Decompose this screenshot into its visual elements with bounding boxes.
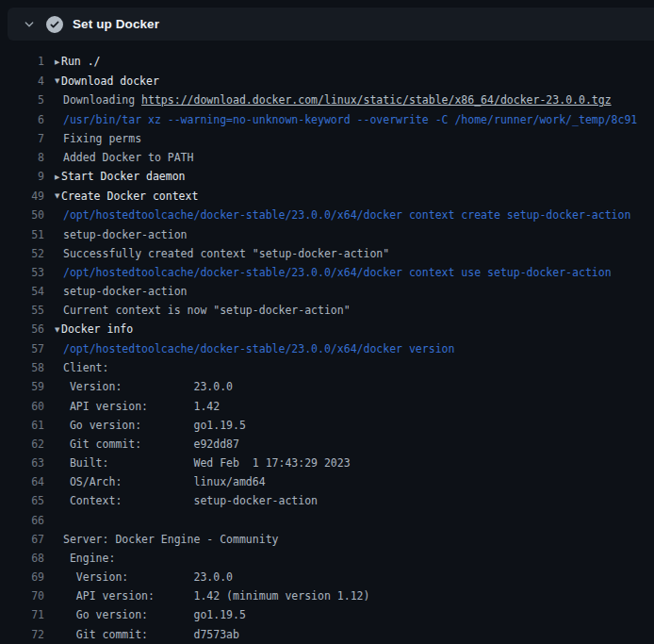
line-number[interactable]: 59 <box>0 377 44 396</box>
log-line: 50/opt/hostedtoolcache/docker-stable/23.… <box>0 206 654 224</box>
line-number[interactable]: 49 <box>0 187 44 206</box>
log-text: Engine: <box>63 552 115 565</box>
log-group-line[interactable]: 9▶Start Docker daemon <box>0 167 654 187</box>
log-group-line[interactable]: 56▼Docker info <box>0 320 654 339</box>
log-line: 8Added Docker to PATH <box>0 148 654 167</box>
log-line: 65 Context: setup-docker-action <box>0 491 654 510</box>
log-command-text: /usr/bin/tar xz --warning=no-unknown-key… <box>63 113 637 126</box>
log-text: Git commit: d7573ab <box>63 628 239 641</box>
log-line: 7Fixing perms <box>0 129 654 148</box>
log-line: 58Client: <box>0 358 654 377</box>
line-number[interactable]: 4 <box>0 72 44 91</box>
log-text: Added Docker to PATH <box>63 151 193 164</box>
line-number[interactable]: 60 <box>0 397 44 416</box>
line-number[interactable]: 61 <box>0 416 44 435</box>
triangle-right-icon[interactable]: ▶ <box>55 53 61 72</box>
line-number[interactable]: 58 <box>0 358 44 377</box>
line-number[interactable]: 56 <box>0 320 44 339</box>
line-number[interactable]: 69 <box>0 568 44 586</box>
log-line: 62 Git commit: e92dd87 <box>0 435 654 454</box>
group-title: Download docker <box>61 74 159 88</box>
log-line: 53/opt/hostedtoolcache/docker-stable/23.… <box>0 263 654 282</box>
log-line: 61 Go version: go1.19.5 <box>0 416 654 435</box>
log-text: Context: setup-docker-action <box>63 494 318 507</box>
log-line: 55Current context is now "setup-docker-a… <box>0 301 654 320</box>
line-number[interactable]: 64 <box>0 472 44 491</box>
log-line: 70 API version: 1.42 (minimum version 1.… <box>0 586 654 605</box>
log-text: API version: 1.42 (minimum version 1.12) <box>63 589 369 603</box>
step-title: Set up Docker <box>73 17 159 31</box>
log-text: setup-docker-action <box>63 285 188 298</box>
log-line: 63 Built: Wed Feb 1 17:43:29 2023 <box>0 454 654 472</box>
log-group-line[interactable]: 49▼Create Docker context <box>0 187 654 206</box>
log-text: Go version: go1.19.5 <box>63 608 246 621</box>
log-text: Server: Docker Engine - Community <box>63 533 278 546</box>
line-number[interactable]: 1 <box>0 52 44 72</box>
log-text: OS/Arch: linux/amd64 <box>63 475 266 488</box>
log-group-line[interactable]: 1▶Run ./ <box>0 52 654 72</box>
log-line: 54setup-docker-action <box>0 282 654 301</box>
line-number[interactable]: 51 <box>0 225 44 244</box>
log-line: 66 <box>0 511 654 530</box>
log-line: 69 Version: 23.0.0 <box>0 568 654 586</box>
line-number[interactable]: 6 <box>0 110 44 129</box>
group-title: Start Docker daemon <box>61 170 186 183</box>
line-number[interactable]: 68 <box>0 549 44 568</box>
line-number[interactable]: 50 <box>0 206 44 224</box>
log-text: Version: 23.0.0 <box>63 570 233 584</box>
group-title: Run ./ <box>61 55 101 68</box>
line-number[interactable]: 62 <box>0 435 44 454</box>
log-line: 57/opt/hostedtoolcache/docker-stable/23.… <box>0 339 654 358</box>
log-text: Go version: go1.19.5 <box>63 419 246 432</box>
line-number[interactable]: 7 <box>0 129 44 148</box>
log-line: 64 OS/Arch: linux/amd64 <box>0 472 654 491</box>
line-number[interactable]: 72 <box>0 625 44 644</box>
log-line: 59 Version: 23.0.0 <box>0 377 654 396</box>
triangle-right-icon[interactable]: ▶ <box>55 168 61 187</box>
log-line: 72 Git commit: d7573ab <box>0 625 654 644</box>
log-text: Downloading <box>63 93 141 107</box>
line-number[interactable]: 53 <box>0 263 44 282</box>
log-text: API version: 1.42 <box>63 400 220 413</box>
log-line: 71 Go version: go1.19.5 <box>0 605 654 624</box>
log-text: Version: 23.0.0 <box>63 380 233 393</box>
log-link[interactable]: https://download.docker.com/linux/static… <box>141 93 612 107</box>
triangle-down-icon[interactable]: ▼ <box>55 321 61 339</box>
log-line: 67Server: Docker Engine - Community <box>0 530 654 549</box>
log-line: 5Downloading https://download.docker.com… <box>0 91 654 109</box>
log-line: 52Successfully created context "setup-do… <box>0 244 654 263</box>
line-number[interactable]: 8 <box>0 148 44 167</box>
group-title: Docker info <box>61 322 133 336</box>
log-command-text: /opt/hostedtoolcache/docker-stable/23.0.… <box>63 266 612 279</box>
log-text: Git commit: e92dd87 <box>63 438 239 451</box>
log-text: Client: <box>63 361 108 374</box>
log-line: 6/usr/bin/tar xz --warning=no-unknown-ke… <box>0 110 654 129</box>
group-title: Create Docker context <box>61 190 198 203</box>
log-group-line[interactable]: 4▼Download docker <box>0 72 654 91</box>
line-number[interactable]: 66 <box>0 511 44 530</box>
log-viewer: 1▶Run ./4▼Download docker5Downloading ht… <box>0 41 654 644</box>
log-line: 60 API version: 1.42 <box>0 397 654 416</box>
log-text: Built: Wed Feb 1 17:43:29 2023 <box>63 456 351 470</box>
log-line: 51setup-docker-action <box>0 225 654 244</box>
log-line: 68 Engine: <box>0 549 654 568</box>
line-number[interactable]: 55 <box>0 301 44 320</box>
log-command-text: /opt/hostedtoolcache/docker-stable/23.0.… <box>63 342 454 355</box>
triangle-down-icon[interactable]: ▼ <box>55 72 61 91</box>
line-number[interactable]: 57 <box>0 339 44 358</box>
triangle-down-icon[interactable]: ▼ <box>55 187 61 206</box>
line-number[interactable]: 70 <box>0 586 44 605</box>
line-number[interactable]: 9 <box>0 167 44 187</box>
chevron-down-icon[interactable] <box>23 18 36 31</box>
line-number[interactable]: 65 <box>0 491 44 510</box>
log-text: setup-docker-action <box>63 228 188 241</box>
line-number[interactable]: 52 <box>0 244 44 263</box>
line-number[interactable]: 71 <box>0 605 44 624</box>
log-text: Successfully created context "setup-dock… <box>63 247 389 260</box>
line-number[interactable]: 63 <box>0 454 44 472</box>
log-text: Fixing perms <box>63 132 141 145</box>
line-number[interactable]: 67 <box>0 530 44 549</box>
line-number[interactable]: 5 <box>0 91 44 109</box>
step-header[interactable]: Set up Docker <box>8 8 654 41</box>
line-number[interactable]: 54 <box>0 282 44 301</box>
